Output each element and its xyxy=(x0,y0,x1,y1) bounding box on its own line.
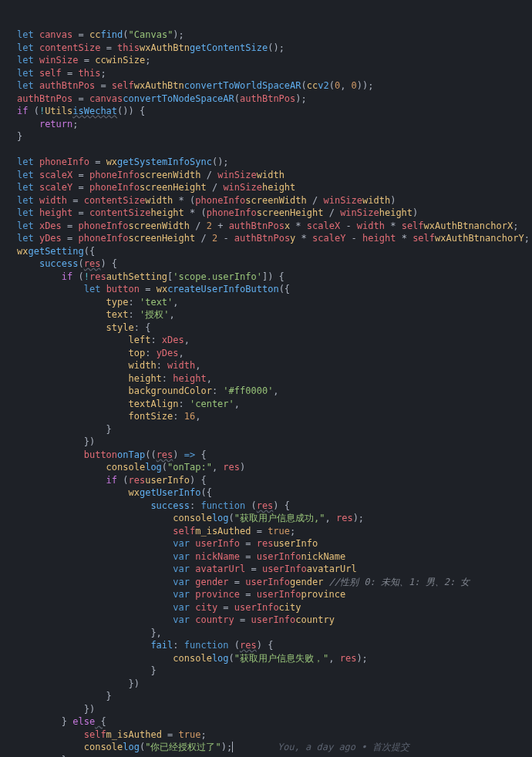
line: let height = contentSizeheight * (phoneI… xyxy=(17,207,418,218)
line: let xDes = phoneInfoscreenWidth / 2 + au… xyxy=(17,220,518,231)
line: authBtnPos = canvasconvertToNodeSpaceAR(… xyxy=(17,93,307,104)
line: text: '授权', xyxy=(17,309,175,320)
line: }, xyxy=(17,627,162,638)
line: let scaleY = phoneInfoscreenHeight / win… xyxy=(17,182,295,193)
line: var country = userInfocountry xyxy=(17,614,335,625)
line: height: height, xyxy=(17,373,212,384)
line: var province = userInfoprovince xyxy=(17,589,345,600)
code-editor[interactable]: let canvas = ccfind("Canvas"); let conte… xyxy=(0,25,532,757)
gitlens-annotation: You, a day ago • 首次提交 xyxy=(278,742,409,752)
line: fail: function (res) { xyxy=(17,640,273,651)
line: wxgetSetting({ xyxy=(17,246,95,257)
line: consolelog("onTap:", res) xyxy=(17,462,245,473)
line: wxgetUserInfo({ xyxy=(17,487,212,498)
line: top: yDes, xyxy=(17,348,184,358)
line: } xyxy=(17,755,67,758)
line: }) xyxy=(17,678,140,689)
line: var gender = userInfogender //性别 0: 未知、1… xyxy=(17,577,470,587)
line: success(res) { xyxy=(17,258,117,269)
line: if (resuserInfo) { xyxy=(17,475,207,486)
line: var avatarUrl = userInfoavatarUrl xyxy=(17,564,357,574)
line: var userInfo = resuserInfo xyxy=(17,538,318,549)
line: textAlign: 'center', xyxy=(17,399,240,409)
line: left: xDes, xyxy=(17,335,190,345)
line: }) xyxy=(17,704,95,715)
line: buttononTap((res) => { xyxy=(17,449,207,460)
line: } else { xyxy=(17,716,106,727)
line: let canvas = ccfind("Canvas"); xyxy=(17,29,184,40)
line: let contentSize = thiswxAuthBtngetConten… xyxy=(17,42,285,53)
line: let yDes = phoneInfoscreenHeight / 2 - a… xyxy=(17,233,530,244)
line: style: { xyxy=(17,322,150,333)
line: fontSize: 16, xyxy=(17,411,200,422)
line: consolelog("你已经授权过了"); You, a day ago • … xyxy=(17,742,409,752)
line: return; xyxy=(17,119,79,130)
line: } xyxy=(17,424,112,435)
line: consolelog("获取用户信息成功,", res); xyxy=(17,513,364,523)
line: let scaleX = phoneInfoscreenWidth / winS… xyxy=(17,170,285,180)
line: type: 'text', xyxy=(17,297,179,308)
line: let self = this; xyxy=(17,68,106,79)
line: if (!resauthSetting['scope.userInfo']) { xyxy=(17,271,285,282)
line: success: function (res) { xyxy=(17,500,290,511)
line: } xyxy=(17,691,112,701)
line: }) xyxy=(17,436,95,447)
line: width: width, xyxy=(17,360,200,371)
line: var city = userInfocity xyxy=(17,602,301,613)
line: if (!UtilsisWechat()) { xyxy=(17,106,145,116)
line: let button = wxcreateUserInfoButton({ xyxy=(17,284,290,294)
line: let phoneInfo = wxgetSystemInfoSync(); xyxy=(17,156,229,167)
line: } xyxy=(17,665,157,676)
line: let width = contentSizewidth * (phoneInf… xyxy=(17,195,396,206)
line: selfm_isAuthed = true; xyxy=(17,526,295,537)
line: consolelog("获取用户信息失败，", res); xyxy=(17,653,368,664)
line: var nickName = userInfonickName xyxy=(17,551,345,562)
line: selfm_isAuthed = true; xyxy=(17,729,207,740)
line: let winSize = ccwinSize; xyxy=(17,55,150,66)
line: } xyxy=(17,131,22,142)
line: backgroundColor: '#ff0000', xyxy=(17,385,279,396)
cursor xyxy=(232,742,233,752)
line: let authBtnPos = selfwxAuthBtnconvertToW… xyxy=(17,80,374,91)
